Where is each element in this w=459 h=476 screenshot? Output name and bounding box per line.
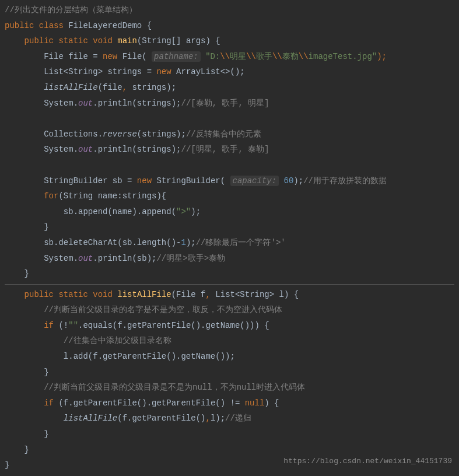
divider <box>5 284 454 285</box>
code-line: } <box>5 266 454 282</box>
param-hint: capacity: <box>230 176 279 186</box>
code-line <box>5 111 454 127</box>
code-line: for(String name:strings){ <box>5 188 454 204</box>
code-line: } <box>5 219 454 235</box>
code-line: } <box>5 365 454 380</box>
code-line: listAllFile(file, strings); <box>5 80 454 96</box>
code-line: sb.deleteCharAt(sb.length()-1);//移除最后一个字… <box>5 235 454 251</box>
code-line: public static void listAllFile(File f, L… <box>5 287 454 303</box>
code-line: } <box>5 426 454 442</box>
code-line: public static void main(String[] args) { <box>5 33 454 49</box>
code-line: l.add(f.getParentFile().getName()); <box>5 349 454 365</box>
code-line: listAllFile(f.getParentFile(),l);//递归 <box>5 411 454 426</box>
code-line: //往集合中添加父级目录名称 <box>5 333 454 349</box>
watermark: https://blog.csdn.net/weixin_44151739 <box>283 454 452 469</box>
code-line: //列出文件的分层结构（菜单结构） <box>5 2 454 18</box>
param-hint: pathname: <box>152 51 201 62</box>
code-line: System.out.println(strings);//[明星, 歌手, 泰… <box>5 142 454 158</box>
code-line: //判断当前父级目录的父级目录是不是为null，不为null时进入代码体 <box>5 380 454 396</box>
code-line: File file = new File( pathname: "D:\\明星\… <box>5 49 454 65</box>
code-line: System.out.println(strings);//[泰勒, 歌手, 明… <box>5 96 454 111</box>
comment: //列出文件的分层结构（菜单结构） <box>5 5 137 15</box>
code-line: if (f.getParentFile().getParentFile() !=… <box>5 396 454 411</box>
code-line: sb.append(name).append(">"); <box>5 204 454 220</box>
code-line <box>5 158 454 173</box>
code-line: Collections.reverse(strings);//反转集合中的元素 <box>5 127 454 142</box>
code-line: StringBuilder sb = new StringBuilder( ca… <box>5 173 454 189</box>
code-line: //判断当前父级目录的名字是不是为空，取反，不为空进入代码体 <box>5 302 454 318</box>
code-line: List<String> strings = new ArrayList<>()… <box>5 64 454 80</box>
code-editor[interactable]: //列出文件的分层结构（菜单结构） public class FileLayer… <box>0 0 459 475</box>
code-line: System.out.println(sb);//明星>歌手>泰勒 <box>5 251 454 267</box>
code-line: if (!"".equals(f.getParentFile().getName… <box>5 318 454 334</box>
code-line: public class FileLayeredDemo { <box>5 18 454 34</box>
